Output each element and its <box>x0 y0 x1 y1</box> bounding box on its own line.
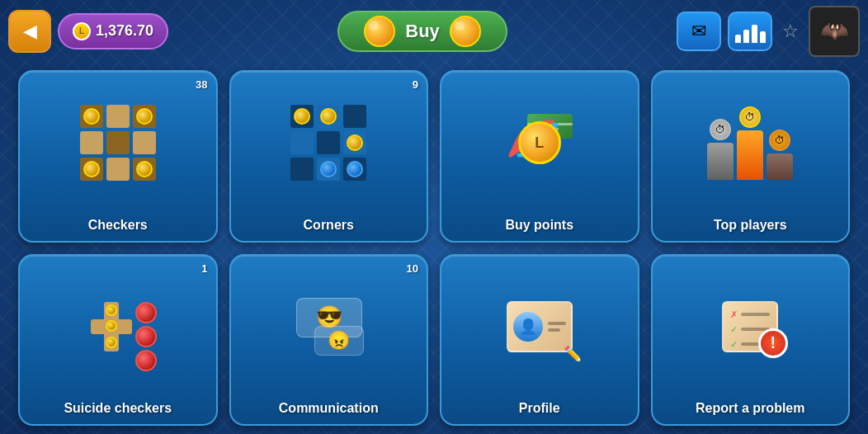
card-corners[interactable]: 9 Corners <box>229 70 429 243</box>
podium-icon <box>707 106 793 180</box>
profile-avatar: 👤 <box>513 312 543 342</box>
cc2 <box>106 105 130 128</box>
comm-icon: 😎 😠 <box>290 294 368 360</box>
gold-medal <box>739 106 761 128</box>
balance-icon: L <box>73 22 91 40</box>
check-x: ✗ <box>730 309 738 320</box>
top-players-icon-area <box>653 72 849 215</box>
report-icon: ✗ ✓ ✓ ! <box>711 294 790 360</box>
badge-checkers: 38 <box>196 78 207 91</box>
sc-red2 <box>135 326 157 347</box>
podium-silver <box>707 119 734 180</box>
cp9 <box>136 161 153 177</box>
podium-gold <box>737 106 763 180</box>
bar3 <box>752 25 757 43</box>
stats-button[interactable] <box>728 12 772 51</box>
card-suicide-checkers[interactable]: 1 Suicide checkers <box>18 254 218 427</box>
bronze-medal <box>769 130 790 151</box>
exclamation-icon: ! <box>758 328 788 358</box>
profile-card-icon: 👤 <box>507 301 573 352</box>
co9 <box>343 158 366 181</box>
cp1 <box>83 108 100 125</box>
gold-block <box>737 130 763 180</box>
coin-right-icon <box>450 16 481 47</box>
check-v1: ✓ <box>730 324 738 335</box>
mail-button[interactable]: ✉ <box>677 12 721 51</box>
buy-points-label: Buy points <box>505 218 573 233</box>
report-icon-area: ✗ ✓ ✓ ! <box>653 256 849 399</box>
cc4 <box>80 131 103 154</box>
co1 <box>290 105 314 128</box>
bar4 <box>760 31 766 43</box>
bronze-block <box>767 153 793 180</box>
report-label: Report a problem <box>696 401 804 416</box>
back-button[interactable] <box>8 10 51 53</box>
suicide-icon-area <box>20 256 216 399</box>
card-communication[interactable]: 10 😎 😠 Communication <box>229 254 429 427</box>
balance-text: 1,376.70 <box>96 22 153 40</box>
sc-red1 <box>135 302 157 323</box>
header: L 1,376.70 Buy ✉ ☆ 🦇 <box>0 0 868 62</box>
cc7 <box>80 158 103 181</box>
avatar: 🦇 <box>809 6 860 57</box>
card-buy-points[interactable]: L Buy points <box>440 70 639 243</box>
silver-medal <box>710 119 731 140</box>
bar-chart-icon <box>735 20 766 43</box>
profile-lines <box>548 322 566 332</box>
suicide-label: Suicide checkers <box>64 401 172 416</box>
rbar1 <box>741 313 770 316</box>
cop2 <box>320 108 337 125</box>
badge-comm: 10 <box>407 262 418 275</box>
cc3 <box>133 105 156 128</box>
cop6 <box>347 134 363 151</box>
card-report[interactable]: ✗ ✓ ✓ ! Report a problem <box>651 254 851 427</box>
co6 <box>343 131 366 154</box>
sc-red-pieces <box>135 302 157 371</box>
pencil-icon: ✏️ <box>564 345 582 363</box>
coin-left-icon <box>364 16 395 47</box>
cop1 <box>294 108 310 125</box>
co3 <box>343 105 366 128</box>
checkers-icon-area <box>20 72 216 215</box>
badge-suicide: 1 <box>201 262 207 275</box>
corners-label: Corners <box>304 218 354 233</box>
cp7 <box>83 161 100 177</box>
rl1: ✗ <box>730 309 770 320</box>
top-players-label: Top players <box>714 218 787 233</box>
cp3 <box>136 108 153 125</box>
co7 <box>290 158 314 181</box>
pline2 <box>548 328 560 332</box>
card-checkers[interactable]: 38 Checkers <box>18 70 218 243</box>
buy-points-icon-area: L <box>441 72 638 215</box>
cc5 <box>106 131 130 154</box>
profile-label: Profile <box>519 401 560 416</box>
sc-board <box>91 302 132 351</box>
silver-block <box>707 143 734 180</box>
pline1 <box>548 322 566 325</box>
bp-coin-icon: L <box>518 121 561 164</box>
corners-icon-area <box>231 72 427 215</box>
suicide-icon <box>78 294 157 360</box>
game-grid: 38 Checkers 9 <box>0 62 868 434</box>
co4 <box>290 131 314 154</box>
profile-icon-area: 👤 ✏️ <box>441 256 638 399</box>
star-icon[interactable]: ☆ <box>779 20 802 43</box>
buy-points-icon: L <box>498 110 581 176</box>
buy-label: Buy <box>405 21 440 42</box>
bar1 <box>735 35 741 43</box>
bar2 <box>743 30 749 43</box>
profile-icon: 👤 ✏️ <box>500 294 578 360</box>
sc-red3 <box>135 350 157 371</box>
checkers-grid-icon <box>80 105 156 181</box>
card-top-players[interactable]: Top players <box>651 70 851 243</box>
buy-btn-wrapper: Buy <box>175 11 670 52</box>
checkers-label: Checkers <box>88 218 148 233</box>
card-profile[interactable]: 👤 ✏️ Profile <box>440 254 639 427</box>
cc9 <box>133 158 156 181</box>
buy-button[interactable]: Buy <box>337 11 507 52</box>
cop9 <box>347 161 363 177</box>
podium-bronze <box>767 130 793 180</box>
cc1 <box>80 105 103 128</box>
cop8 <box>320 161 337 177</box>
check-v2: ✓ <box>730 339 738 350</box>
